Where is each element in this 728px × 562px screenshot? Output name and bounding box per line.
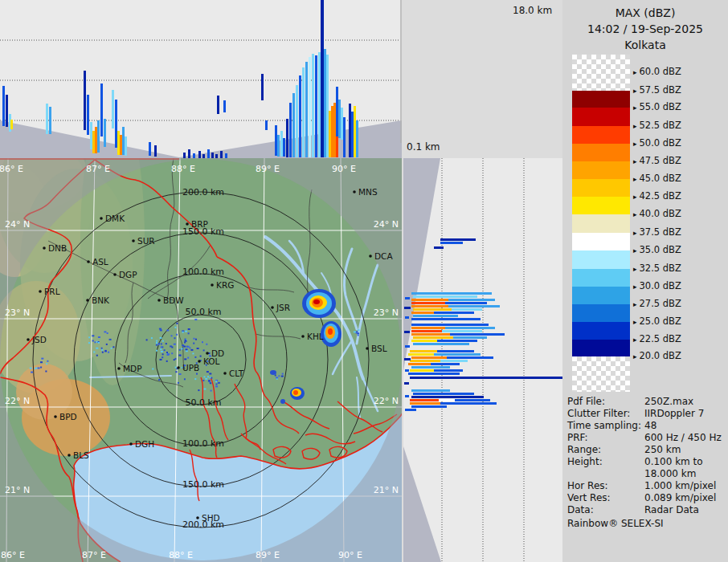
echo-speckle	[181, 348, 182, 349]
tick-arrow-icon: ▸	[633, 140, 637, 148]
echo-speckle	[276, 377, 278, 378]
station-name: Kolkata	[562, 39, 728, 51]
echo-speckle	[182, 332, 184, 333]
metadata-label: Range:	[567, 444, 601, 455]
scale-swatch	[572, 197, 630, 214]
echo-speckle	[186, 350, 188, 352]
echo-column	[321, 0, 324, 157]
echo-row	[404, 358, 411, 360]
scale-swatch-transparent	[572, 356, 630, 392]
echo-column	[149, 142, 151, 156]
scale-swatch	[572, 161, 630, 179]
longitude-label: 89° E	[256, 550, 280, 560]
echo-row	[413, 393, 474, 395]
scale-value: 47.5 dBZ	[640, 155, 681, 166]
echo-speckle	[47, 360, 48, 362]
scale-value: 40.0 dBZ	[640, 208, 681, 219]
echo-speckle	[354, 331, 356, 332]
city-dot	[186, 222, 189, 226]
city-label: DGH	[135, 439, 154, 449]
scale-swatch	[572, 287, 630, 304]
scale-swatch	[572, 340, 630, 356]
tick-arrow-icon: ▸	[633, 318, 637, 326]
echo-speckle	[170, 345, 172, 347]
echo-column	[122, 127, 125, 155]
echo-speckle	[190, 349, 193, 351]
echo-row	[442, 330, 482, 332]
echo-speckle	[192, 352, 194, 354]
echo-column	[354, 106, 356, 157]
echo-row	[411, 356, 447, 359]
city-label: DGP	[119, 270, 137, 279]
echo-row	[411, 312, 434, 314]
scale-swatch	[572, 233, 630, 250]
echo-speckle	[358, 329, 359, 331]
echo-speckle	[207, 371, 209, 373]
echo-row	[445, 302, 487, 304]
city-label: BDW	[163, 295, 184, 305]
scale-label: ▸25.0 dBZ	[633, 316, 681, 328]
echo-speckle	[112, 346, 114, 348]
scale-label: ▸55.0 dBZ	[633, 101, 681, 114]
echo-column	[207, 149, 210, 158]
metadata-value: IIRDoppler 7	[644, 408, 704, 419]
metadata-label: Hor Res:	[567, 480, 608, 491]
echo-column	[115, 100, 117, 148]
city-label: DCA	[374, 251, 393, 261]
echo-column	[120, 135, 122, 155]
echo-row	[404, 307, 411, 309]
echo-speckle	[35, 368, 36, 369]
echo-speckle	[108, 352, 109, 353]
scale-value: 52.5 dBZ	[640, 120, 681, 131]
echo-speckle	[209, 373, 211, 375]
scale-value: 27.5 dBZ	[640, 298, 681, 309]
echo-row	[411, 405, 447, 408]
echo-row	[408, 363, 431, 365]
echo-speckle	[187, 346, 190, 348]
echo-speckle	[207, 376, 209, 377]
echo-speckle	[203, 389, 206, 390]
city-dot	[113, 273, 117, 276]
echo-speckle	[175, 367, 177, 369]
echo-column	[336, 136, 338, 157]
city-label: BLS	[73, 450, 89, 460]
scale-swatch	[572, 250, 630, 269]
echo-speckle	[215, 385, 218, 387]
echo-row	[431, 363, 460, 365]
tick-arrow-icon: ▸	[633, 122, 637, 130]
echo-speckle	[194, 319, 197, 320]
range-ring-label: 200.0 km	[182, 187, 224, 198]
echo-speckle	[184, 378, 186, 380]
echo-speckle	[146, 339, 148, 340]
range-ring-label: 150.0 km	[182, 479, 224, 490]
city-label: MNS	[358, 187, 378, 197]
echo-row	[405, 395, 409, 397]
echo-column	[100, 83, 103, 136]
scale-label: ▸42.5 dBZ	[633, 190, 681, 203]
city-dot	[43, 246, 46, 250]
echo-row	[411, 299, 448, 301]
echo-speckle	[161, 351, 163, 352]
city-dot	[271, 306, 274, 309]
echo-row	[434, 246, 444, 249]
echo-speckle	[178, 355, 181, 356]
echo-column	[125, 136, 127, 156]
echo-row	[411, 327, 445, 329]
echo-row	[413, 336, 453, 339]
echo-row	[410, 399, 439, 401]
scale-value: 35.0 dBZ	[640, 244, 681, 255]
echo-speckle	[281, 376, 284, 377]
echo-speckle	[40, 367, 42, 369]
city-dot	[206, 352, 209, 355]
scale-value: 37.5 dBZ	[640, 226, 681, 238]
echo-speckle	[182, 344, 184, 346]
echo-column	[183, 153, 186, 158]
city-label: BPD	[59, 412, 77, 422]
echo-speckle	[109, 339, 112, 340]
echo-speckle	[93, 352, 95, 353]
echo-speckle	[174, 359, 175, 360]
tick-arrow-icon: ▸	[633, 175, 637, 183]
zy-projection-panel	[403, 158, 562, 562]
echo-speckle	[111, 348, 112, 349]
echo-column	[341, 108, 343, 140]
